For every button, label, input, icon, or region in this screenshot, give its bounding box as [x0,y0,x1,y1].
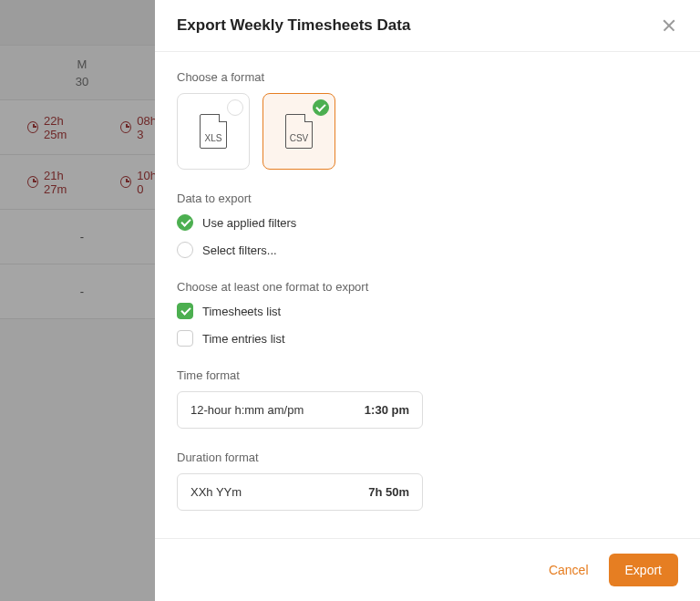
format-card-csv[interactable]: CSV [262,93,335,170]
radio-label: Select filters... [202,244,277,257]
duration-format-select[interactable]: XXh YYm 7h 50m [177,473,423,511]
radio-icon [177,214,193,231]
radio-select-filters[interactable]: Select filters... [177,242,678,258]
list-format-label: Choose at least one format to export [177,280,678,294]
cancel-button[interactable]: Cancel [549,563,589,577]
data-export-label: Data to export [177,192,678,205]
format-label: Choose a format [177,70,678,84]
export-modal: Export Weekly Timesheets Data Choose a f… [155,0,700,601]
time-format-select[interactable]: 12-hour h:mm am/pm 1:30 pm [177,391,423,429]
modal-title: Export Weekly Timesheets Data [177,16,410,35]
checkbox-icon [177,303,193,319]
checkbox-label: Time entries list [202,332,285,346]
checkbox-label: Timesheets list [202,305,281,318]
radio-use-applied-filters[interactable]: Use applied filters [177,214,678,231]
time-format-label: Time format [177,368,678,382]
check-bubble-icon [313,99,329,116]
duration-format-label: Duration format [177,451,678,464]
check-bubble [227,99,243,116]
checkbox-icon [177,330,193,347]
radio-label: Use applied filters [202,216,296,230]
format-card-xls[interactable]: XLS [177,93,250,170]
close-icon[interactable] [660,16,678,35]
checkbox-time-entries-list[interactable]: Time entries list [177,330,678,347]
checkbox-timesheets-list[interactable]: Timesheets list [177,303,678,319]
file-icon: XLS [200,114,227,149]
file-icon: CSV [285,114,313,149]
export-button[interactable]: Export [609,554,678,586]
radio-icon [177,242,193,258]
